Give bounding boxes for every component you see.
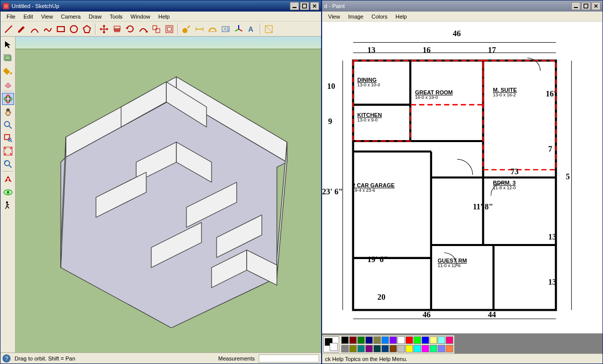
look-around-tool[interactable] [2, 186, 14, 198]
axes-tool[interactable] [233, 23, 245, 35]
line-tool[interactable] [3, 23, 15, 35]
orbit-tool[interactable] [2, 93, 14, 105]
rectangle-tool[interactable] [55, 23, 67, 35]
followme-tool[interactable] [137, 23, 149, 35]
position-camera-tool[interactable] [2, 173, 14, 185]
help-icon[interactable]: ? [3, 354, 11, 362]
palette-color[interactable] [381, 336, 389, 344]
paint-close-button[interactable] [591, 2, 600, 10]
paint-menu-image[interactable]: Image [344, 13, 368, 21]
palette-color[interactable] [422, 336, 429, 344]
palette-color[interactable] [422, 345, 429, 352]
palette-color[interactable] [414, 345, 421, 352]
arc-tool[interactable] [29, 23, 41, 35]
menu-help[interactable]: Help [154, 13, 174, 21]
menu-file[interactable]: File [3, 13, 20, 21]
paint-menu-colors[interactable]: Colors [367, 13, 391, 21]
svg-point-16 [182, 28, 187, 33]
svg-rect-39 [5, 135, 10, 140]
eraser-tool[interactable] [2, 78, 14, 90]
svg-point-6 [70, 26, 77, 33]
svg-marker-34 [5, 83, 11, 88]
current-colors[interactable] [323, 336, 339, 352]
maximize-button[interactable] [300, 2, 309, 10]
pan-tool[interactable] [2, 106, 14, 118]
palette-color[interactable] [397, 336, 405, 344]
component-tool[interactable] [2, 52, 14, 64]
paint-workarea: DINING13-0 x 10-0GREAT ROOM16-0 x 19-0M.… [322, 22, 602, 363]
palette-color[interactable] [365, 345, 373, 352]
svg-point-36 [6, 95, 10, 103]
room-label: GUEST RM11-0 x 12-6 [438, 258, 467, 269]
pencil-tool[interactable] [16, 23, 28, 35]
polygon-tool[interactable] [81, 23, 93, 35]
palette-color[interactable] [341, 345, 349, 352]
palette-color[interactable] [438, 336, 445, 344]
rotate-tool[interactable] [124, 23, 136, 35]
sketchup-viewport[interactable] [16, 37, 321, 352]
menu-tools[interactable]: Tools [106, 13, 127, 21]
paint-menu-help[interactable]: Help [391, 13, 411, 21]
menu-draw[interactable]: Draw [84, 13, 106, 21]
paint-window: d - Paint View Image Colors Help [322, 0, 603, 364]
minimize-button[interactable] [290, 2, 299, 10]
svg-point-47 [7, 178, 9, 180]
palette-color[interactable] [446, 345, 453, 352]
palette-color[interactable] [389, 345, 397, 352]
paint-bucket-tool[interactable] [2, 65, 14, 77]
palette-color[interactable] [430, 345, 437, 352]
zoom-tool[interactable] [2, 119, 14, 131]
move-tool[interactable] [98, 23, 110, 35]
pushpull-tool[interactable] [111, 23, 123, 35]
menu-window[interactable]: Window [127, 13, 154, 21]
palette-color[interactable] [430, 336, 437, 344]
offset-tool[interactable] [163, 23, 175, 35]
zoom-window-tool[interactable] [2, 132, 14, 144]
dimension-annotation: 23' 6" [322, 187, 343, 196]
palette-color[interactable] [406, 345, 413, 352]
palette-color[interactable] [414, 336, 421, 344]
circle-tool[interactable] [68, 23, 80, 35]
menu-edit[interactable]: Edit [20, 13, 37, 21]
select-tool[interactable] [2, 39, 14, 51]
sketchup-titlebar[interactable]: Untitled - SketchUp [1, 1, 321, 12]
paint-status-hint: ck Help Topics on the Help Menu. [325, 356, 408, 362]
palette-color[interactable] [357, 345, 365, 352]
close-button[interactable] [310, 2, 319, 10]
tape-tool[interactable] [180, 23, 192, 35]
palette-color[interactable] [373, 336, 381, 344]
palette-color[interactable] [381, 345, 389, 352]
paint-minimize-button[interactable] [571, 2, 580, 10]
horizon [16, 49, 321, 49]
scale-tool[interactable] [150, 23, 162, 35]
3dtext-tool[interactable]: A [246, 23, 258, 35]
paint-titlebar[interactable]: d - Paint [322, 1, 602, 12]
palette-color[interactable] [446, 336, 453, 344]
menu-view[interactable]: View [37, 13, 57, 21]
measurements-input[interactable] [259, 354, 319, 362]
walk-tool[interactable] [2, 199, 14, 211]
freehand-tool[interactable] [42, 23, 54, 35]
palette-color[interactable] [397, 345, 405, 352]
dimension-tool[interactable] [193, 23, 206, 35]
paint-maximize-button[interactable] [581, 2, 590, 10]
text-tool[interactable]: A1 [220, 23, 232, 35]
palette-color[interactable] [349, 336, 357, 344]
paint-menu-view[interactable]: View [324, 13, 344, 21]
palette-color[interactable] [341, 336, 349, 344]
palette-color[interactable] [438, 345, 445, 352]
svg-line-44 [9, 165, 12, 168]
palette-color[interactable] [365, 336, 373, 344]
protractor-tool[interactable] [207, 23, 219, 35]
room-label: M. SUITE13-0 x 16-2 [493, 87, 517, 98]
palette-color[interactable] [349, 345, 357, 352]
palette-color[interactable] [373, 345, 381, 352]
zoom-extents-tool[interactable] [2, 145, 14, 157]
palette-color[interactable] [406, 336, 413, 344]
section-tool[interactable] [263, 23, 275, 35]
palette-color[interactable] [357, 336, 365, 344]
paint-canvas[interactable]: DINING13-0 x 10-0GREAT ROOM16-0 x 19-0M.… [322, 22, 602, 333]
menu-camera[interactable]: Camera [57, 13, 84, 21]
palette-color[interactable] [389, 336, 397, 344]
previous-view-tool[interactable] [2, 158, 14, 170]
